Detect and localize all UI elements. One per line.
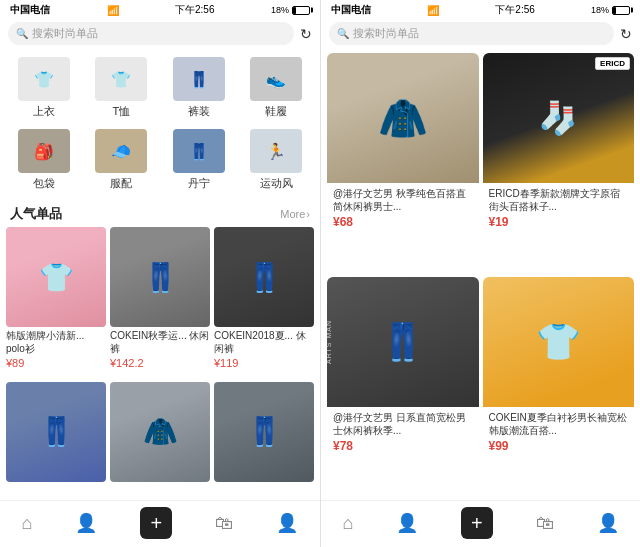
product-img-p4: 👖 [6,382,106,482]
battery-pct-right: 18% [591,5,609,15]
product-card-p3[interactable]: 👖 COKEIN2018夏... 休闲裤 ¥119 [214,227,314,378]
search-bar-right: 🔍 搜索时尚单品 ↻ [321,18,640,49]
feed-info-f2: ERICD春季新款潮牌文字原宿街头百搭袜子... ¥19 [483,183,635,233]
arts-man-tag: ARTS MAN [327,319,332,363]
category-denim[interactable]: 👖 丹宁 [161,125,237,195]
category-bag[interactable]: 🎒 包袋 [6,125,82,195]
status-bar-right: 中国电信 📶 下午2:56 18% [321,0,640,18]
tab-profile-left[interactable]: 👤 [276,512,298,534]
tab-user-right[interactable]: 👤 [396,512,418,534]
category-label-sport: 运动风 [260,176,293,191]
add-icon-left: + [151,512,163,535]
refresh-icon-right[interactable]: ↻ [620,26,632,42]
product-img-p2: 👖 [110,227,210,327]
product-img-p3: 👖 [214,227,314,327]
feed-title-f4: COKEIN夏季白衬衫男长袖宽松韩版潮流百搭... [489,411,629,437]
search-icon-left: 🔍 [16,28,28,39]
feed-card-f3[interactable]: ARTS MAN 👖 @港仔文艺男 日系直简宽松男士休闲裤秋季... ¥78 [327,277,479,497]
more-label: More [280,208,305,220]
tab-profile-right[interactable]: 👤 [597,512,619,534]
feed-img-f2: 🧦 ERICD [483,53,635,183]
product-img-p1: 👕 [6,227,106,327]
product-img-p6: 👖 [214,382,314,482]
wifi-icon-left: 📶 [107,5,119,16]
feed-title-f1: @港仔文艺男 秋季纯色百搭直简休闲裤男士... [333,187,473,213]
feed-card-f2[interactable]: 🧦 ERICD ERICD春季新款潮牌文字原宿街头百搭袜子... ¥19 [483,53,635,273]
product-card-p4[interactable]: 👖 [6,382,106,495]
feed-title-f3: @港仔文艺男 日系直简宽松男士休闲裤秋季... [333,411,473,437]
feed-brand-badge-f2: ERICD [595,57,630,70]
tab-bar-left: ⌂ 👤 + 🛍 👤 [0,500,320,547]
feed-price-f2: ¥19 [489,215,629,229]
product-card-p5[interactable]: 🧥 [110,382,210,495]
category-pants[interactable]: 👖 裤装 [161,53,237,123]
category-top[interactable]: 👕 上衣 [6,53,82,123]
battery-icon-right [612,6,630,15]
category-shoes[interactable]: 👟 鞋履 [239,53,315,123]
add-icon-right: + [471,512,483,535]
category-img-top: 👕 [18,57,70,101]
time-left: 下午2:56 [175,3,214,17]
tab-user-left[interactable]: 👤 [75,512,97,534]
tab-home-right[interactable]: ⌂ [342,513,353,534]
user-icon-left: 👤 [75,512,97,534]
category-label-tshirt: T恤 [112,104,130,119]
category-label-apparel: 服配 [110,176,132,191]
tab-add-left[interactable]: + [140,507,172,539]
feed-card-f4[interactable]: 👕 COKEIN夏季白衬衫男长袖宽松韩版潮流百搭... ¥99 [483,277,635,497]
category-grid: 👕 上衣 👕 T恤 👖 裤装 👟 鞋履 🎒 包袋 🧢 服配 👖 丹宁 🏃 [0,49,320,199]
battery-area-left: 18% [271,5,310,15]
category-label-shoes: 鞋履 [265,104,287,119]
product-grid-left: 👕 韩版潮牌小清新... polo衫 ¥89 👖 COKEIN秋季运... 休闲… [0,227,320,500]
category-img-apparel: 🧢 [95,129,147,173]
carrier-right: 中国电信 [331,3,371,17]
feed-content: 🧥 @港仔文艺男 秋季纯色百搭直简休闲裤男士... ¥68 🧦 ERICD ER… [321,49,640,500]
feed-title-f2: ERICD春季新款潮牌文字原宿街头百搭袜子... [489,187,629,213]
left-panel: 中国电信 📶 下午2:56 18% 🔍 搜索时尚单品 ↻ 👕 上衣 👕 T恤 👖… [0,0,320,547]
profile-icon-right: 👤 [597,512,619,534]
tab-cart-right[interactable]: 🛍 [536,513,554,534]
home-icon-left: ⌂ [22,513,33,534]
time-right: 下午2:56 [495,3,534,17]
feed-info-f3: @港仔文艺男 日系直简宽松男士休闲裤秋季... ¥78 [327,407,479,457]
category-label-top: 上衣 [33,104,55,119]
product-name-p1: 韩版潮牌小清新... polo衫 [6,329,106,355]
home-icon-right: ⌂ [342,513,353,534]
user-icon-right: 👤 [396,512,418,534]
feed-price-f1: ¥68 [333,215,473,229]
search-icon-right: 🔍 [337,28,349,39]
more-chevron: › [306,208,310,220]
search-input-left[interactable]: 🔍 搜索时尚单品 [8,22,294,45]
product-img-p5: 🧥 [110,382,210,482]
battery-pct-left: 18% [271,5,289,15]
feed-img-f1: 🧥 [327,53,479,183]
feed-card-f1[interactable]: 🧥 @港仔文艺男 秋季纯色百搭直简休闲裤男士... ¥68 [327,53,479,273]
product-card-p1[interactable]: 👕 韩版潮牌小清新... polo衫 ¥89 [6,227,106,378]
category-img-pants: 👖 [173,57,225,101]
category-label-denim: 丹宁 [188,176,210,191]
product-card-p2[interactable]: 👖 COKEIN秋季运... 休闲裤 ¥142.2 [110,227,210,378]
category-img-sport: 🏃 [250,129,302,173]
category-img-bag: 🎒 [18,129,70,173]
feed-price-f3: ¥78 [333,439,473,453]
category-apparel[interactable]: 🧢 服配 [84,125,160,195]
product-card-p6[interactable]: 👖 [214,382,314,495]
category-img-denim: 👖 [173,129,225,173]
popular-section-header: 人气单品 More › [0,199,320,227]
search-input-right[interactable]: 🔍 搜索时尚单品 [329,22,614,45]
product-feed: 🧥 @港仔文艺男 秋季纯色百搭直简休闲裤男士... ¥68 🧦 ERICD ER… [321,49,640,500]
refresh-icon-left[interactable]: ↻ [300,26,312,42]
tab-cart-left[interactable]: 🛍 [215,513,233,534]
tab-add-right[interactable]: + [461,507,493,539]
more-link[interactable]: More › [280,208,310,220]
category-tshirt[interactable]: 👕 T恤 [84,53,160,123]
feed-info-f1: @港仔文艺男 秋季纯色百搭直简休闲裤男士... ¥68 [327,183,479,233]
battery-area-right: 18% [591,5,630,15]
tab-home-left[interactable]: ⌂ [22,513,33,534]
right-panel: 中国电信 📶 下午2:56 18% 🔍 搜索时尚单品 ↻ 🧥 @港仔文艺男 秋季… [320,0,640,547]
feed-price-f4: ¥99 [489,439,629,453]
category-sport[interactable]: 🏃 运动风 [239,125,315,195]
product-price-p3: ¥119 [214,357,314,369]
product-price-p1: ¥89 [6,357,106,369]
feed-img-f3: ARTS MAN 👖 [327,277,479,407]
